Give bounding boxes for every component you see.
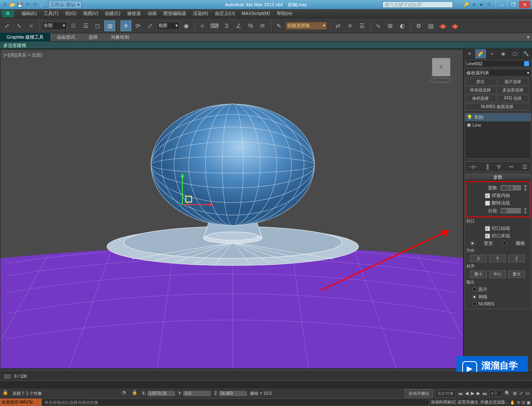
material-icon[interactable]: ◐ bbox=[397, 20, 408, 31]
menu-item[interactable]: 视图(V) bbox=[80, 10, 102, 17]
dir-x-button[interactable]: X bbox=[470, 255, 487, 262]
safe-icon[interactable]: ▣ bbox=[527, 400, 530, 405]
exchange-icon[interactable]: ✕ bbox=[470, 1, 477, 8]
out-nurbs-radio[interactable] bbox=[472, 302, 477, 306]
remove-icon[interactable]: ✂ bbox=[509, 164, 514, 170]
select-region-icon[interactable]: ◻ bbox=[92, 20, 103, 31]
named-set-dropdown[interactable]: 创建选择集▾ bbox=[286, 22, 327, 30]
weld-core-checkbox[interactable]: ✓ bbox=[485, 193, 490, 198]
ribbon-tab[interactable]: 对象绘制 bbox=[104, 33, 136, 42]
redo-icon[interactable]: ↷ bbox=[32, 1, 38, 8]
utilities-tab-icon[interactable]: 🔧 bbox=[521, 49, 532, 59]
pin-stack-icon[interactable]: ⊣⊢ bbox=[468, 164, 478, 170]
fav-icon[interactable]: ★ bbox=[478, 1, 485, 8]
time-slider[interactable]: 0 / 100 bbox=[0, 372, 532, 380]
current-frame-input[interactable]: ▾ 0 bbox=[490, 390, 502, 396]
configure-icon[interactable]: ☰ bbox=[522, 164, 527, 170]
unique-icon[interactable]: ∀ bbox=[497, 164, 501, 170]
menu-item[interactable]: 编辑(E) bbox=[18, 10, 40, 17]
menu-item[interactable]: 组(G) bbox=[62, 10, 80, 17]
segments-input[interactable]: 50 bbox=[500, 207, 522, 214]
manipulate-icon[interactable]: ⊹ bbox=[197, 20, 208, 31]
display-tab-icon[interactable]: 🖵 bbox=[509, 49, 520, 59]
ribbon-tab[interactable]: 自由形式 bbox=[50, 33, 82, 42]
open-icon[interactable]: 📂 bbox=[9, 1, 16, 8]
select-link-icon[interactable]: ⤢ bbox=[2, 20, 12, 31]
menu-item[interactable]: 工具(T) bbox=[40, 10, 62, 17]
autokey-button[interactable]: 自动关键点 bbox=[405, 389, 433, 398]
render-prod-icon[interactable]: 🫖 bbox=[449, 20, 460, 31]
rotate-icon[interactable]: ⟳ bbox=[133, 20, 143, 31]
ribbon-tab[interactable]: 选择 bbox=[82, 33, 104, 42]
move-icon[interactable]: ✥ bbox=[121, 20, 131, 31]
zoom-ext-icon[interactable]: ⤢ bbox=[519, 391, 523, 396]
editnamedsel-icon[interactable]: ✎ bbox=[273, 20, 284, 31]
lock-selection-icon[interactable]: 🔒 bbox=[2, 390, 10, 397]
grid-radio[interactable] bbox=[502, 241, 507, 246]
y-coord-input[interactable]: -0.0 bbox=[182, 390, 212, 397]
modifier-stack[interactable]: 💡车削▣Line bbox=[465, 113, 531, 159]
align-min-button[interactable]: 最小 bbox=[470, 271, 487, 278]
link-icon[interactable]: 🔗 bbox=[39, 1, 46, 8]
workspace-dropdown[interactable]: 工作台: 默认▾ bbox=[48, 1, 82, 9]
modifier-button[interactable]: NURBS 曲面选择 bbox=[465, 103, 530, 111]
zoom-all-icon[interactable]: ⊞ bbox=[513, 391, 517, 396]
degrees-input[interactable]: 360.0 bbox=[500, 185, 522, 191]
rendered-frame-icon[interactable]: ▤ bbox=[425, 20, 436, 31]
curve-editor-icon[interactable]: ∿ bbox=[373, 20, 384, 31]
goto-start-icon[interactable]: ⏮ bbox=[458, 391, 463, 396]
menu-item[interactable]: MAXScript(M) bbox=[238, 10, 273, 17]
align-max-button[interactable]: 最大 bbox=[508, 271, 525, 278]
out-patch-radio[interactable] bbox=[472, 287, 477, 292]
flip-normals-checkbox[interactable] bbox=[485, 201, 490, 206]
spinner-snap-icon[interactable]: ⟳ bbox=[257, 20, 268, 31]
layers-icon[interactable]: ☰ bbox=[357, 20, 367, 31]
render-icon[interactable]: 🫖 bbox=[437, 20, 448, 31]
schematic-icon[interactable]: ⊞ bbox=[385, 20, 396, 31]
set-key-button[interactable]: 设置关键点 bbox=[458, 399, 478, 405]
select-icon[interactable]: ▭⃕ bbox=[68, 20, 79, 31]
orbit-icon[interactable]: ⟲ bbox=[517, 400, 520, 405]
pivot-icon[interactable]: ◉ bbox=[181, 20, 192, 31]
morph-radio[interactable] bbox=[470, 241, 475, 246]
menu-item[interactable]: 动画 bbox=[144, 10, 160, 17]
bind-icon[interactable]: ≈ bbox=[26, 20, 37, 31]
unlink-icon[interactable]: ⤡ bbox=[14, 20, 25, 31]
next-frame-icon[interactable]: ▶ bbox=[477, 391, 480, 396]
create-tab-icon[interactable]: ✳ bbox=[464, 49, 475, 59]
goto-end-icon[interactable]: ⏭ bbox=[483, 391, 487, 396]
stack-item[interactable]: 💡车削 bbox=[465, 113, 531, 121]
pan-icon[interactable]: ✋ bbox=[510, 400, 515, 405]
search-input[interactable]: 键入关键字或短语 bbox=[382, 1, 453, 8]
modifier-button[interactable]: FFD 选择 bbox=[497, 95, 529, 102]
minimize-button[interactable]: — bbox=[495, 1, 507, 8]
cap-start-checkbox[interactable]: ✓ bbox=[485, 226, 490, 231]
viewport[interactable]: [+][前][真实 + 边面] 前 bbox=[0, 49, 463, 369]
snap3-icon[interactable]: 3 bbox=[221, 20, 232, 31]
degrees-spinner[interactable]: ▲▼ bbox=[523, 185, 527, 191]
save-icon[interactable]: 💾 bbox=[17, 1, 23, 8]
motion-tab-icon[interactable]: ◉ bbox=[498, 49, 509, 59]
iso-icon[interactable]: ◔ bbox=[122, 390, 129, 397]
mirror-icon[interactable]: ⇄ bbox=[332, 20, 343, 31]
segments-spinner[interactable]: ▲▼ bbox=[523, 207, 527, 214]
percent-snap-icon[interactable]: % bbox=[245, 20, 256, 31]
app-logo[interactable]: ⧉ bbox=[2, 10, 14, 17]
x-coord-input[interactable]: -13479.18 bbox=[147, 390, 176, 397]
show-end-icon[interactable]: ǁ bbox=[486, 164, 489, 170]
new-icon[interactable]: 🗋 bbox=[2, 1, 8, 8]
render-setup-icon[interactable]: ⚙ bbox=[413, 20, 424, 31]
ribbon-sub[interactable]: 多边形建模 bbox=[0, 42, 532, 49]
out-mesh-radio[interactable] bbox=[472, 295, 477, 299]
hierarchy-tab-icon[interactable]: ⌖ bbox=[487, 49, 498, 59]
ribbon-tab[interactable]: Graphite 建模工具 bbox=[0, 33, 50, 42]
minmax-icon[interactable]: ⊡ bbox=[522, 400, 525, 405]
play-icon[interactable]: ▶ bbox=[471, 391, 474, 396]
keyboard-icon[interactable]: ⌨ bbox=[209, 20, 220, 31]
modifier-button[interactable]: 多边形选择 bbox=[497, 86, 529, 94]
dir-y-button[interactable]: Y bbox=[489, 255, 506, 262]
track-bar[interactable] bbox=[0, 380, 532, 388]
rollout-header-params[interactable]: -参数 bbox=[465, 174, 531, 181]
keysel-dropdown[interactable]: 选定对象 bbox=[436, 390, 456, 397]
modify-tab-icon[interactable]: 🌈 bbox=[475, 49, 486, 59]
